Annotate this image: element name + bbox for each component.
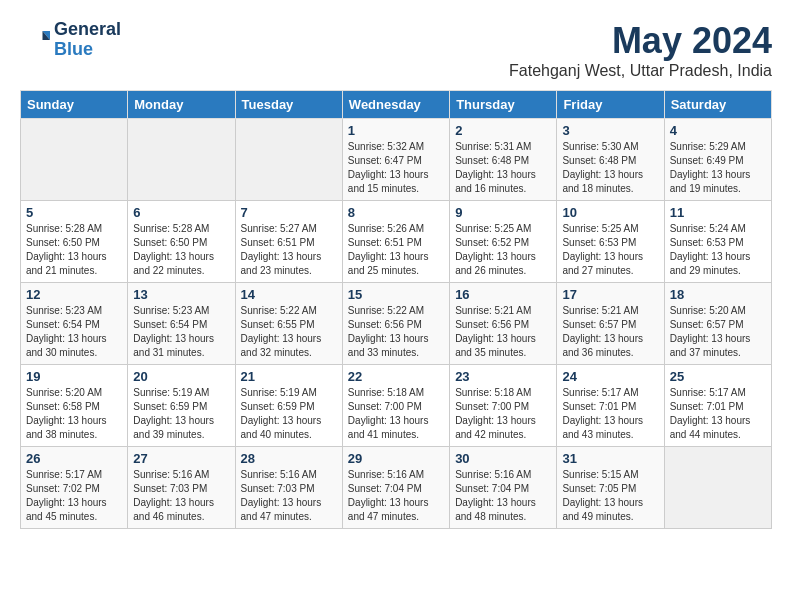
calendar-cell: 28Sunrise: 5:16 AM Sunset: 7:03 PM Dayli…: [235, 447, 342, 529]
day-number: 10: [562, 205, 658, 220]
day-info: Sunrise: 5:28 AM Sunset: 6:50 PM Dayligh…: [26, 222, 122, 278]
day-number: 24: [562, 369, 658, 384]
logo-line1: General: [54, 20, 121, 40]
calendar-cell: [128, 119, 235, 201]
day-number: 14: [241, 287, 337, 302]
calendar-cell: 7Sunrise: 5:27 AM Sunset: 6:51 PM Daylig…: [235, 201, 342, 283]
calendar-cell: 3Sunrise: 5:30 AM Sunset: 6:48 PM Daylig…: [557, 119, 664, 201]
day-info: Sunrise: 5:16 AM Sunset: 7:04 PM Dayligh…: [348, 468, 444, 524]
calendar-cell: 27Sunrise: 5:16 AM Sunset: 7:03 PM Dayli…: [128, 447, 235, 529]
calendar-cell: 21Sunrise: 5:19 AM Sunset: 6:59 PM Dayli…: [235, 365, 342, 447]
day-number: 6: [133, 205, 229, 220]
day-info: Sunrise: 5:26 AM Sunset: 6:51 PM Dayligh…: [348, 222, 444, 278]
day-info: Sunrise: 5:31 AM Sunset: 6:48 PM Dayligh…: [455, 140, 551, 196]
day-info: Sunrise: 5:17 AM Sunset: 7:02 PM Dayligh…: [26, 468, 122, 524]
day-of-week-header: Wednesday: [342, 91, 449, 119]
calendar-cell: 26Sunrise: 5:17 AM Sunset: 7:02 PM Dayli…: [21, 447, 128, 529]
day-number: 11: [670, 205, 766, 220]
day-info: Sunrise: 5:20 AM Sunset: 6:58 PM Dayligh…: [26, 386, 122, 442]
calendar-cell: 2Sunrise: 5:31 AM Sunset: 6:48 PM Daylig…: [450, 119, 557, 201]
calendar-cell: 4Sunrise: 5:29 AM Sunset: 6:49 PM Daylig…: [664, 119, 771, 201]
day-number: 29: [348, 451, 444, 466]
day-info: Sunrise: 5:19 AM Sunset: 6:59 PM Dayligh…: [133, 386, 229, 442]
day-number: 3: [562, 123, 658, 138]
day-number: 31: [562, 451, 658, 466]
day-info: Sunrise: 5:32 AM Sunset: 6:47 PM Dayligh…: [348, 140, 444, 196]
page-header: General Blue May 2024 Fatehganj West, Ut…: [20, 20, 772, 80]
logo: General Blue: [20, 20, 121, 60]
day-number: 1: [348, 123, 444, 138]
day-info: Sunrise: 5:23 AM Sunset: 6:54 PM Dayligh…: [133, 304, 229, 360]
calendar-cell: [664, 447, 771, 529]
calendar-cell: 24Sunrise: 5:17 AM Sunset: 7:01 PM Dayli…: [557, 365, 664, 447]
day-info: Sunrise: 5:28 AM Sunset: 6:50 PM Dayligh…: [133, 222, 229, 278]
calendar-week-row: 26Sunrise: 5:17 AM Sunset: 7:02 PM Dayli…: [21, 447, 772, 529]
day-info: Sunrise: 5:22 AM Sunset: 6:56 PM Dayligh…: [348, 304, 444, 360]
day-info: Sunrise: 5:30 AM Sunset: 6:48 PM Dayligh…: [562, 140, 658, 196]
day-info: Sunrise: 5:22 AM Sunset: 6:55 PM Dayligh…: [241, 304, 337, 360]
day-of-week-header: Tuesday: [235, 91, 342, 119]
day-number: 25: [670, 369, 766, 384]
calendar-cell: 16Sunrise: 5:21 AM Sunset: 6:56 PM Dayli…: [450, 283, 557, 365]
calendar-cell: [21, 119, 128, 201]
day-number: 16: [455, 287, 551, 302]
calendar-cell: 25Sunrise: 5:17 AM Sunset: 7:01 PM Dayli…: [664, 365, 771, 447]
calendar-cell: 9Sunrise: 5:25 AM Sunset: 6:52 PM Daylig…: [450, 201, 557, 283]
day-number: 26: [26, 451, 122, 466]
calendar-cell: 13Sunrise: 5:23 AM Sunset: 6:54 PM Dayli…: [128, 283, 235, 365]
calendar-cell: 11Sunrise: 5:24 AM Sunset: 6:53 PM Dayli…: [664, 201, 771, 283]
day-number: 30: [455, 451, 551, 466]
day-info: Sunrise: 5:27 AM Sunset: 6:51 PM Dayligh…: [241, 222, 337, 278]
calendar-cell: 23Sunrise: 5:18 AM Sunset: 7:00 PM Dayli…: [450, 365, 557, 447]
day-number: 9: [455, 205, 551, 220]
day-of-week-header: Thursday: [450, 91, 557, 119]
calendar-cell: 14Sunrise: 5:22 AM Sunset: 6:55 PM Dayli…: [235, 283, 342, 365]
day-number: 23: [455, 369, 551, 384]
day-info: Sunrise: 5:24 AM Sunset: 6:53 PM Dayligh…: [670, 222, 766, 278]
day-number: 13: [133, 287, 229, 302]
location-subtitle: Fatehganj West, Uttar Pradesh, India: [509, 62, 772, 80]
calendar-cell: 5Sunrise: 5:28 AM Sunset: 6:50 PM Daylig…: [21, 201, 128, 283]
calendar-header-row: SundayMondayTuesdayWednesdayThursdayFrid…: [21, 91, 772, 119]
day-info: Sunrise: 5:15 AM Sunset: 7:05 PM Dayligh…: [562, 468, 658, 524]
day-info: Sunrise: 5:20 AM Sunset: 6:57 PM Dayligh…: [670, 304, 766, 360]
day-info: Sunrise: 5:21 AM Sunset: 6:56 PM Dayligh…: [455, 304, 551, 360]
calendar-cell: 30Sunrise: 5:16 AM Sunset: 7:04 PM Dayli…: [450, 447, 557, 529]
month-title: May 2024: [509, 20, 772, 62]
day-info: Sunrise: 5:16 AM Sunset: 7:04 PM Dayligh…: [455, 468, 551, 524]
day-number: 28: [241, 451, 337, 466]
day-number: 5: [26, 205, 122, 220]
day-number: 12: [26, 287, 122, 302]
day-info: Sunrise: 5:25 AM Sunset: 6:53 PM Dayligh…: [562, 222, 658, 278]
calendar-cell: 19Sunrise: 5:20 AM Sunset: 6:58 PM Dayli…: [21, 365, 128, 447]
calendar-cell: 12Sunrise: 5:23 AM Sunset: 6:54 PM Dayli…: [21, 283, 128, 365]
calendar-cell: 22Sunrise: 5:18 AM Sunset: 7:00 PM Dayli…: [342, 365, 449, 447]
calendar-cell: 15Sunrise: 5:22 AM Sunset: 6:56 PM Dayli…: [342, 283, 449, 365]
day-info: Sunrise: 5:16 AM Sunset: 7:03 PM Dayligh…: [133, 468, 229, 524]
day-number: 18: [670, 287, 766, 302]
day-number: 22: [348, 369, 444, 384]
day-of-week-header: Monday: [128, 91, 235, 119]
calendar-cell: 29Sunrise: 5:16 AM Sunset: 7:04 PM Dayli…: [342, 447, 449, 529]
day-number: 4: [670, 123, 766, 138]
calendar-cell: 20Sunrise: 5:19 AM Sunset: 6:59 PM Dayli…: [128, 365, 235, 447]
day-number: 8: [348, 205, 444, 220]
day-number: 19: [26, 369, 122, 384]
calendar-week-row: 1Sunrise: 5:32 AM Sunset: 6:47 PM Daylig…: [21, 119, 772, 201]
day-info: Sunrise: 5:23 AM Sunset: 6:54 PM Dayligh…: [26, 304, 122, 360]
day-of-week-header: Sunday: [21, 91, 128, 119]
day-of-week-header: Friday: [557, 91, 664, 119]
day-info: Sunrise: 5:29 AM Sunset: 6:49 PM Dayligh…: [670, 140, 766, 196]
day-number: 21: [241, 369, 337, 384]
day-info: Sunrise: 5:19 AM Sunset: 6:59 PM Dayligh…: [241, 386, 337, 442]
calendar-cell: 31Sunrise: 5:15 AM Sunset: 7:05 PM Dayli…: [557, 447, 664, 529]
calendar-cell: 6Sunrise: 5:28 AM Sunset: 6:50 PM Daylig…: [128, 201, 235, 283]
day-number: 20: [133, 369, 229, 384]
day-number: 7: [241, 205, 337, 220]
calendar-cell: 17Sunrise: 5:21 AM Sunset: 6:57 PM Dayli…: [557, 283, 664, 365]
day-info: Sunrise: 5:17 AM Sunset: 7:01 PM Dayligh…: [670, 386, 766, 442]
calendar-cell: 8Sunrise: 5:26 AM Sunset: 6:51 PM Daylig…: [342, 201, 449, 283]
calendar-week-row: 19Sunrise: 5:20 AM Sunset: 6:58 PM Dayli…: [21, 365, 772, 447]
day-number: 27: [133, 451, 229, 466]
day-info: Sunrise: 5:17 AM Sunset: 7:01 PM Dayligh…: [562, 386, 658, 442]
